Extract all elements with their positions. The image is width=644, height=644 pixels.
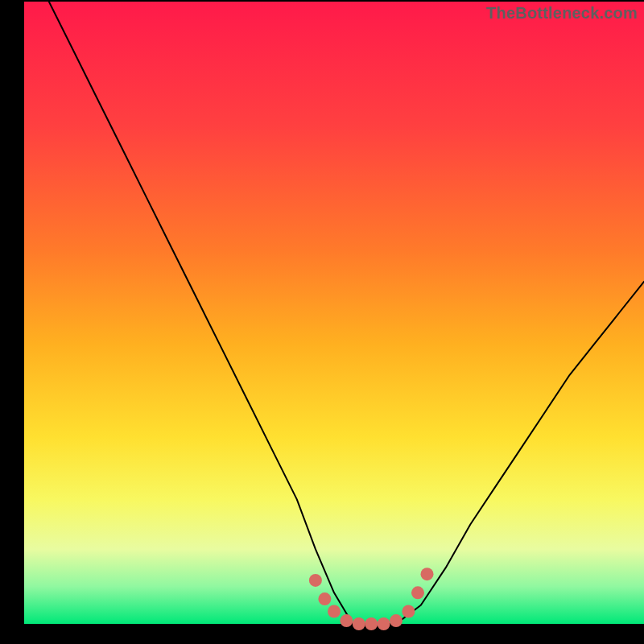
optimal-marker — [340, 614, 353, 627]
optimal-marker — [421, 568, 434, 580]
chart-svg — [0, 0, 644, 644]
optimal-marker — [390, 614, 402, 627]
optimal-marker — [411, 586, 424, 599]
optimal-marker — [328, 605, 341, 618]
plot-background — [24, 2, 644, 624]
chart-stage: TheBottleneck.com — [0, 0, 644, 644]
optimal-marker — [365, 617, 378, 630]
optimal-marker — [402, 605, 415, 618]
optimal-marker — [353, 617, 365, 630]
optimal-marker — [378, 617, 390, 630]
optimal-marker — [309, 574, 322, 587]
optimal-marker — [318, 592, 331, 605]
